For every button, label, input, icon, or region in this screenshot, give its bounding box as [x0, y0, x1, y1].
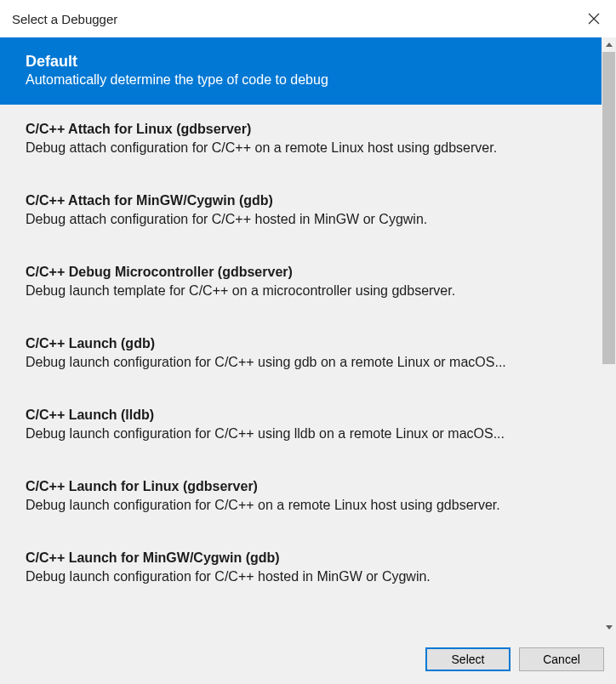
item-desc: Debug launch configuration for C/C++ hos…	[26, 569, 576, 584]
scroll-down-arrow-icon[interactable]	[602, 620, 616, 635]
item-desc: Debug launch configuration for C/C++ usi…	[26, 426, 576, 442]
debugger-option-launch-lldb[interactable]: C/C++ Launch (lldb) Debug launch configu…	[0, 390, 602, 462]
debugger-option-launch-gdb[interactable]: C/C++ Launch (gdb) Debug launch configur…	[0, 319, 602, 390]
item-title: C/C++ Attach for Linux (gdbserver)	[26, 122, 576, 137]
debugger-option-attach-linux-gdbserver[interactable]: C/C++ Attach for Linux (gdbserver) Debug…	[0, 105, 602, 176]
titlebar: Select a Debugger	[0, 0, 616, 37]
debugger-option-launch-linux-gdbserver[interactable]: C/C++ Launch for Linux (gdbserver) Debug…	[0, 462, 602, 533]
item-desc: Automatically determine the type of code…	[26, 72, 576, 88]
cancel-button[interactable]: Cancel	[519, 647, 604, 671]
scrollbar[interactable]	[602, 37, 616, 635]
item-title: Default	[26, 53, 576, 71]
svg-marker-2	[606, 43, 613, 47]
item-desc: Debug launch template for C/C++ on a mic…	[26, 283, 576, 299]
item-desc: Debug launch configuration for C/C++ usi…	[26, 355, 576, 370]
footer: Select Cancel	[0, 635, 616, 684]
scroll-thumb[interactable]	[602, 52, 615, 364]
close-icon	[588, 13, 600, 25]
debugger-option-launch-mingw-cygwin-gdb[interactable]: C/C++ Launch for MinGW/Cygwin (gdb) Debu…	[0, 533, 602, 605]
item-title: C/C++ Launch (lldb)	[26, 408, 576, 423]
item-title: C/C++ Debug Microcontroller (gdbserver)	[26, 265, 576, 280]
item-desc: Debug attach configuration for C/C++ on …	[26, 140, 576, 156]
item-title: C/C++ Attach for MinGW/Cygwin (gdb)	[26, 193, 576, 208]
debugger-option-attach-mingw-cygwin-gdb[interactable]: C/C++ Attach for MinGW/Cygwin (gdb) Debu…	[0, 176, 602, 248]
scroll-track[interactable]	[602, 52, 616, 620]
scroll-up-arrow-icon[interactable]	[602, 37, 616, 52]
debugger-list: Default Automatically determine the type…	[0, 37, 602, 635]
list-area: Default Automatically determine the type…	[0, 37, 616, 635]
svg-marker-3	[606, 625, 613, 630]
item-desc: Debug launch configuration for C/C++ on …	[26, 498, 576, 513]
close-button[interactable]	[584, 9, 604, 29]
select-button[interactable]: Select	[425, 647, 510, 671]
item-desc: Debug attach configuration for C/C++ hos…	[26, 212, 576, 227]
dialog-title: Select a Debugger	[12, 12, 117, 26]
item-title: C/C++ Launch for MinGW/Cygwin (gdb)	[26, 550, 576, 566]
debugger-option-default[interactable]: Default Automatically determine the type…	[0, 37, 602, 105]
item-title: C/C++ Launch (gdb)	[26, 336, 576, 351]
item-title: C/C++ Launch for Linux (gdbserver)	[26, 479, 576, 494]
debugger-option-debug-microcontroller-gdbserver[interactable]: C/C++ Debug Microcontroller (gdbserver) …	[0, 248, 602, 319]
